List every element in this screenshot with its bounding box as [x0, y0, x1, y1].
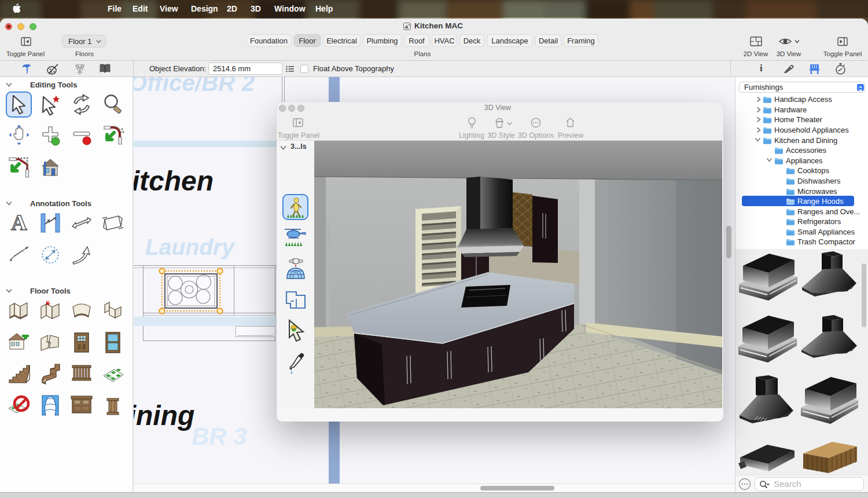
- svg-text:A: A: [11, 211, 27, 235]
